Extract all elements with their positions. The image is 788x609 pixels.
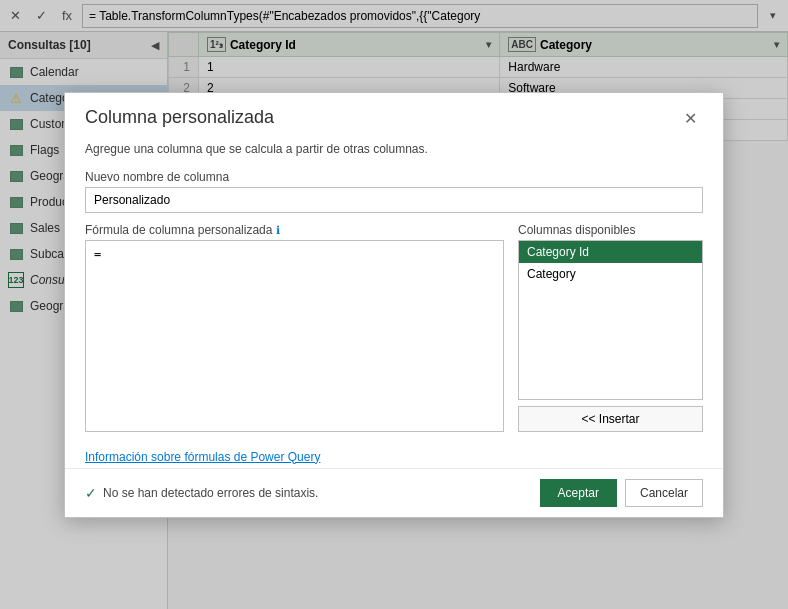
modal-body: Nuevo nombre de columna Fórmula de colum… — [65, 170, 723, 446]
info-icon[interactable]: ℹ — [276, 224, 280, 236]
formula-textarea[interactable]: = — [85, 240, 504, 432]
column-name-input[interactable] — [85, 187, 703, 213]
modal-title: Columna personalizada — [85, 107, 274, 128]
pq-link[interactable]: Información sobre fórmulas de Power Quer… — [65, 446, 723, 468]
modal-footer: ✓ No se han detectado errores de sintaxi… — [65, 468, 723, 517]
modal-overlay: Columna personalizada ✕ Agregue una colu… — [0, 0, 788, 609]
name-label: Nuevo nombre de columna — [85, 170, 703, 184]
columns-list: Category IdCategory — [518, 240, 703, 400]
validation-message: ✓ No se han detectado errores de sintaxi… — [85, 485, 318, 501]
formula-label: Fórmula de columna personalizada ℹ — [85, 223, 504, 237]
insert-button[interactable]: << Insertar — [518, 406, 703, 432]
modal-close-button[interactable]: ✕ — [678, 107, 703, 130]
modal-subtitle: Agregue una columna que se calcula a par… — [65, 136, 723, 170]
custom-column-modal: Columna personalizada ✕ Agregue una colu… — [64, 92, 724, 518]
modal-header: Columna personalizada ✕ — [65, 93, 723, 136]
validation-check-icon: ✓ — [85, 485, 97, 501]
name-field-group: Nuevo nombre de columna — [85, 170, 703, 213]
accept-button[interactable]: Aceptar — [540, 479, 617, 507]
columns-section: Columnas disponibles Category IdCategory… — [518, 223, 703, 432]
columns-list-item[interactable]: Category Id — [519, 241, 702, 263]
columns-available-label: Columnas disponibles — [518, 223, 703, 237]
cancel-button[interactable]: Cancelar — [625, 479, 703, 507]
columns-list-item[interactable]: Category — [519, 263, 702, 285]
formula-columns-row: Fórmula de columna personalizada ℹ = Col… — [85, 223, 703, 432]
formula-section: Fórmula de columna personalizada ℹ = — [85, 223, 504, 432]
validation-text: No se han detectado errores de sintaxis. — [103, 486, 318, 500]
footer-buttons: Aceptar Cancelar — [540, 479, 703, 507]
